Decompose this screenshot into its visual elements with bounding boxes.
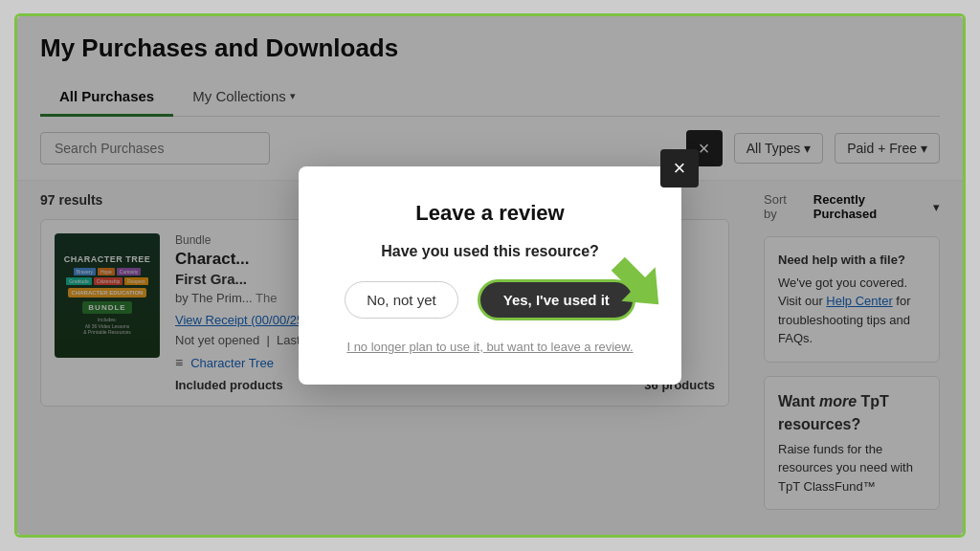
modal-title: Leave a review: [337, 201, 643, 226]
modal-question: Have you used this resource?: [337, 243, 643, 260]
arrow-indicator: [605, 251, 672, 321]
green-arrow-icon: [605, 251, 672, 318]
svg-marker-0: [605, 251, 672, 318]
no-not-yet-button[interactable]: No, not yet: [345, 281, 458, 319]
modal-overlay: × Leave a review Have you used this reso…: [17, 16, 963, 535]
modal-footer-link[interactable]: I no longer plan to use it, but want to …: [337, 340, 643, 354]
review-modal: × Leave a review Have you used this reso…: [299, 166, 681, 385]
modal-buttons: No, not yet Yes, I've used it: [337, 279, 643, 320]
page-wrapper: My Purchases and Downloads All Purchases…: [14, 13, 966, 538]
modal-close-button[interactable]: ×: [660, 149, 699, 187]
